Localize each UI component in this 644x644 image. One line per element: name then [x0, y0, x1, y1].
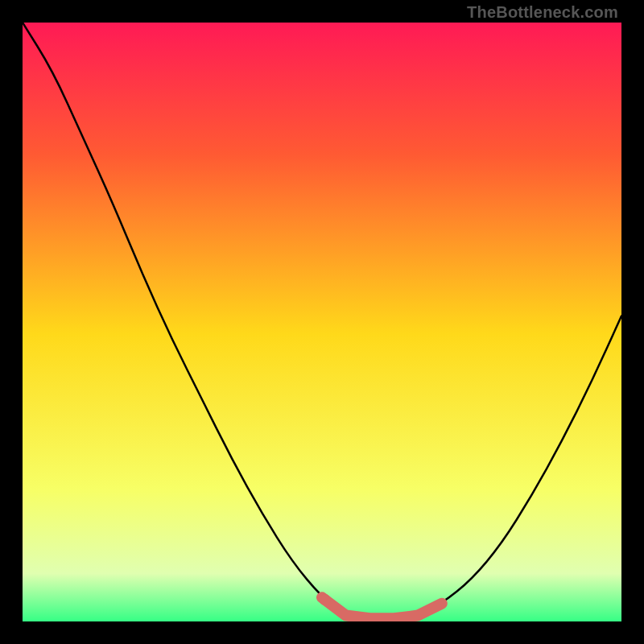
gradient-background — [23, 23, 621, 621]
watermark-text: TheBottleneck.com — [467, 3, 618, 22]
chart-frame — [23, 23, 621, 621]
chart-svg — [23, 23, 621, 621]
valley-marker-dot — [320, 594, 331, 605]
